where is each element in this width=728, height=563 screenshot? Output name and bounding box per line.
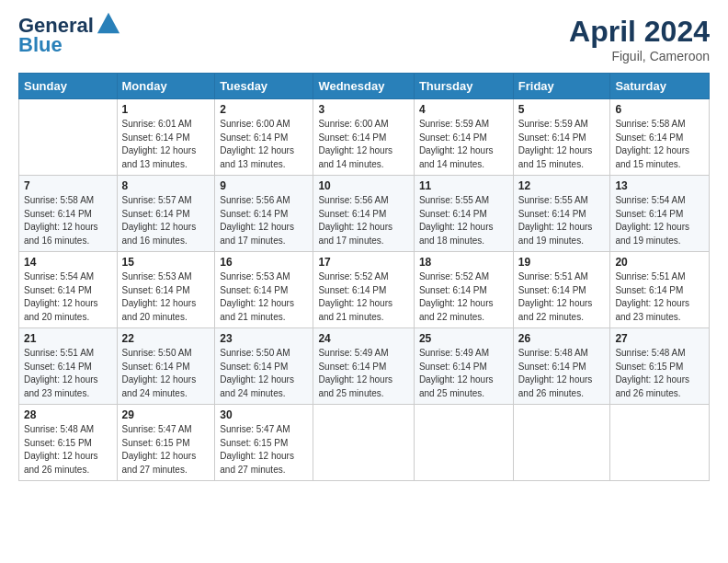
table-row: 9Sunrise: 5:56 AM Sunset: 6:14 PM Daylig… <box>215 176 313 252</box>
header: General Blue April 2024 Figuil, Cameroon <box>18 15 710 63</box>
calendar-row-2: 7Sunrise: 5:58 AM Sunset: 6:14 PM Daylig… <box>19 176 710 252</box>
col-monday: Monday <box>117 74 215 99</box>
day-number: 20 <box>615 256 704 269</box>
table-row: 23Sunrise: 5:50 AM Sunset: 6:14 PM Dayli… <box>215 328 313 405</box>
col-friday: Friday <box>513 74 610 99</box>
day-info: Sunrise: 5:55 AM Sunset: 6:14 PM Dayligh… <box>419 194 508 247</box>
table-row <box>513 405 610 481</box>
table-row: 12Sunrise: 5:55 AM Sunset: 6:14 PM Dayli… <box>513 176 610 252</box>
day-number: 12 <box>518 179 606 192</box>
day-info: Sunrise: 5:50 AM Sunset: 6:14 PM Dayligh… <box>122 347 210 400</box>
day-number: 25 <box>419 332 508 345</box>
day-info: Sunrise: 5:53 AM Sunset: 6:14 PM Dayligh… <box>122 270 210 324</box>
table-row: 21Sunrise: 5:51 AM Sunset: 6:14 PM Dayli… <box>19 328 118 405</box>
table-row: 19Sunrise: 5:51 AM Sunset: 6:14 PM Dayli… <box>513 252 610 328</box>
day-info: Sunrise: 5:58 AM Sunset: 6:14 PM Dayligh… <box>615 118 704 171</box>
table-row <box>19 99 118 176</box>
day-info: Sunrise: 6:00 AM Sunset: 6:14 PM Dayligh… <box>318 118 408 171</box>
day-number: 19 <box>518 256 606 269</box>
col-sunday: Sunday <box>19 74 118 99</box>
month-title: April 2024 <box>569 15 710 49</box>
day-number: 26 <box>518 332 606 345</box>
day-number: 16 <box>220 256 308 269</box>
table-row <box>414 405 513 481</box>
table-row: 18Sunrise: 5:52 AM Sunset: 6:14 PM Dayli… <box>414 252 513 328</box>
table-row: 5Sunrise: 5:59 AM Sunset: 6:14 PM Daylig… <box>513 99 610 176</box>
table-row: 17Sunrise: 5:52 AM Sunset: 6:14 PM Dayli… <box>313 252 414 328</box>
day-number: 30 <box>220 408 308 421</box>
day-number: 4 <box>419 103 508 116</box>
day-number: 24 <box>318 332 408 345</box>
day-info: Sunrise: 5:48 AM Sunset: 6:15 PM Dayligh… <box>615 347 704 400</box>
col-wednesday: Wednesday <box>313 74 414 99</box>
logo-icon <box>96 11 121 37</box>
day-number: 18 <box>419 256 508 269</box>
day-number: 1 <box>122 103 210 116</box>
day-number: 10 <box>318 179 408 192</box>
day-number: 11 <box>419 179 508 192</box>
day-number: 2 <box>220 103 308 116</box>
day-info: Sunrise: 5:49 AM Sunset: 6:14 PM Dayligh… <box>419 347 508 400</box>
day-info: Sunrise: 5:48 AM Sunset: 6:14 PM Dayligh… <box>518 347 606 400</box>
day-info: Sunrise: 5:53 AM Sunset: 6:14 PM Dayligh… <box>220 270 308 324</box>
day-number: 6 <box>615 103 704 116</box>
table-row: 6Sunrise: 5:58 AM Sunset: 6:14 PM Daylig… <box>610 99 710 176</box>
day-number: 8 <box>122 179 210 192</box>
table-row: 28Sunrise: 5:48 AM Sunset: 6:15 PM Dayli… <box>19 405 118 481</box>
table-row: 10Sunrise: 5:56 AM Sunset: 6:14 PM Dayli… <box>313 176 414 252</box>
col-tuesday: Tuesday <box>215 74 313 99</box>
table-row: 25Sunrise: 5:49 AM Sunset: 6:14 PM Dayli… <box>414 328 513 405</box>
day-info: Sunrise: 5:59 AM Sunset: 6:14 PM Dayligh… <box>419 118 508 171</box>
day-info: Sunrise: 5:59 AM Sunset: 6:14 PM Dayligh… <box>518 118 606 171</box>
day-number: 29 <box>122 408 210 421</box>
day-info: Sunrise: 5:54 AM Sunset: 6:14 PM Dayligh… <box>615 194 704 247</box>
day-info: Sunrise: 5:57 AM Sunset: 6:14 PM Dayligh… <box>122 194 210 247</box>
table-row: 3Sunrise: 6:00 AM Sunset: 6:14 PM Daylig… <box>313 99 414 176</box>
day-number: 22 <box>122 332 210 345</box>
table-row: 29Sunrise: 5:47 AM Sunset: 6:15 PM Dayli… <box>117 405 215 481</box>
col-saturday: Saturday <box>610 74 710 99</box>
day-number: 15 <box>122 256 210 269</box>
calendar-row-5: 28Sunrise: 5:48 AM Sunset: 6:15 PM Dayli… <box>19 405 710 481</box>
table-row: 20Sunrise: 5:51 AM Sunset: 6:14 PM Dayli… <box>610 252 710 328</box>
day-info: Sunrise: 6:00 AM Sunset: 6:14 PM Dayligh… <box>220 118 308 171</box>
table-row: 14Sunrise: 5:54 AM Sunset: 6:14 PM Dayli… <box>19 252 118 328</box>
day-info: Sunrise: 5:48 AM Sunset: 6:15 PM Dayligh… <box>24 423 112 477</box>
day-info: Sunrise: 5:58 AM Sunset: 6:14 PM Dayligh… <box>24 194 112 247</box>
table-row: 27Sunrise: 5:48 AM Sunset: 6:15 PM Dayli… <box>610 328 710 405</box>
day-number: 7 <box>24 179 112 192</box>
day-number: 5 <box>518 103 606 116</box>
day-info: Sunrise: 5:47 AM Sunset: 6:15 PM Dayligh… <box>220 423 308 477</box>
title-block: April 2024 Figuil, Cameroon <box>569 15 710 63</box>
location-subtitle: Figuil, Cameroon <box>569 49 710 63</box>
day-number: 27 <box>615 332 704 345</box>
table-row: 13Sunrise: 5:54 AM Sunset: 6:14 PM Dayli… <box>610 176 710 252</box>
day-number: 3 <box>318 103 408 116</box>
svg-marker-0 <box>97 13 119 33</box>
table-row: 4Sunrise: 5:59 AM Sunset: 6:14 PM Daylig… <box>414 99 513 176</box>
day-info: Sunrise: 5:55 AM Sunset: 6:14 PM Dayligh… <box>518 194 606 247</box>
day-number: 28 <box>24 408 112 421</box>
day-number: 9 <box>220 179 308 192</box>
day-info: Sunrise: 5:52 AM Sunset: 6:14 PM Dayligh… <box>419 270 508 324</box>
table-row: 11Sunrise: 5:55 AM Sunset: 6:14 PM Dayli… <box>414 176 513 252</box>
table-row: 7Sunrise: 5:58 AM Sunset: 6:14 PM Daylig… <box>19 176 118 252</box>
day-info: Sunrise: 5:56 AM Sunset: 6:14 PM Dayligh… <box>318 194 408 247</box>
table-row: 15Sunrise: 5:53 AM Sunset: 6:14 PM Dayli… <box>117 252 215 328</box>
table-row: 30Sunrise: 5:47 AM Sunset: 6:15 PM Dayli… <box>215 405 313 481</box>
logo: General Blue <box>18 15 121 57</box>
day-info: Sunrise: 5:51 AM Sunset: 6:14 PM Dayligh… <box>615 270 704 324</box>
day-info: Sunrise: 6:01 AM Sunset: 6:14 PM Dayligh… <box>122 118 210 171</box>
day-info: Sunrise: 5:50 AM Sunset: 6:14 PM Dayligh… <box>220 347 308 400</box>
page: General Blue April 2024 Figuil, Cameroon… <box>0 0 728 563</box>
day-number: 13 <box>615 179 704 192</box>
day-info: Sunrise: 5:51 AM Sunset: 6:14 PM Dayligh… <box>518 270 606 324</box>
day-number: 14 <box>24 256 112 269</box>
day-number: 17 <box>318 256 408 269</box>
calendar-header-row: Sunday Monday Tuesday Wednesday Thursday… <box>19 74 710 99</box>
table-row: 24Sunrise: 5:49 AM Sunset: 6:14 PM Dayli… <box>313 328 414 405</box>
calendar-row-3: 14Sunrise: 5:54 AM Sunset: 6:14 PM Dayli… <box>19 252 710 328</box>
table-row: 16Sunrise: 5:53 AM Sunset: 6:14 PM Dayli… <box>215 252 313 328</box>
table-row <box>313 405 414 481</box>
table-row <box>610 405 710 481</box>
